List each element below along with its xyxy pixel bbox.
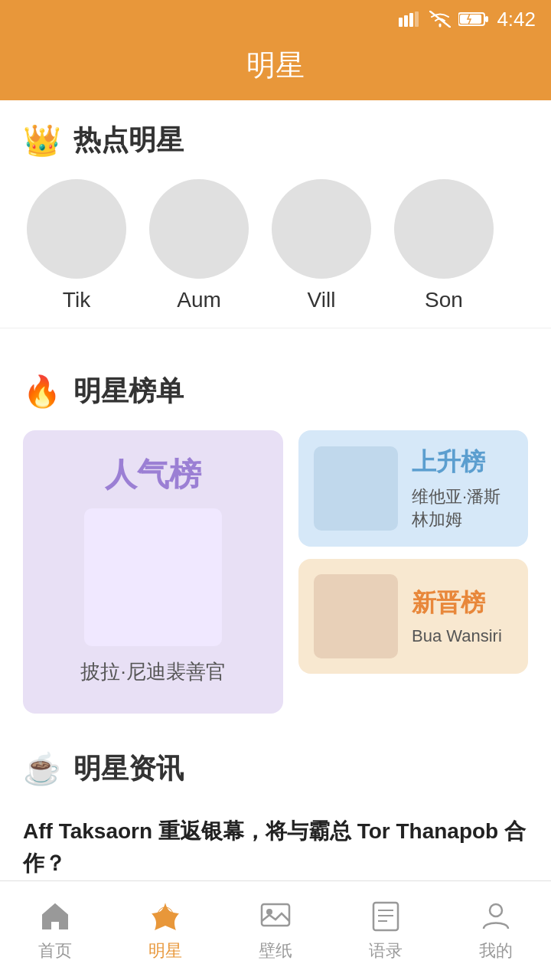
svg-rect-9 — [262, 904, 289, 926]
newcomer-rank-info: 新晋榜 Bua Wansiri — [412, 586, 513, 646]
time-display: 4:42 — [497, 8, 536, 31]
star-name: Tik — [63, 288, 90, 312]
hot-stars-title: 热点明星 — [73, 122, 184, 159]
hot-stars-section: 👑 热点明星 Tik Aum Vill Son — [0, 100, 551, 351]
nav-item-wallpaper[interactable]: 壁纸 — [220, 900, 331, 962]
svg-rect-1 — [404, 15, 408, 27]
popular-rank-card[interactable]: 人气榜 披拉·尼迪裴善官 — [23, 430, 283, 714]
svg-rect-3 — [415, 11, 419, 27]
page-header: 明星 — [0, 38, 551, 100]
rising-rank-name: 维他亚·潘斯林加姆 — [412, 485, 513, 531]
nav-label-quotes: 语录 — [369, 939, 403, 962]
battery-icon — [458, 11, 489, 28]
profile-icon — [479, 900, 513, 933]
rankings-grid: 人气榜 披拉·尼迪裴善官 上升榜 维他亚·潘斯林加姆 — [23, 430, 528, 714]
rankings-section: 🔥 明星榜单 人气榜 披拉·尼迪裴善官 上升榜 维他亚·潘斯林加姆 — [0, 351, 551, 729]
coffee-icon: ☕ — [23, 751, 61, 787]
nav-label-home: 首页 — [38, 939, 72, 962]
star-item[interactable]: Aum — [145, 179, 253, 312]
star-name: Vill — [308, 288, 336, 312]
rising-rank-card[interactable]: 上升榜 维他亚·潘斯林加姆 — [298, 430, 528, 547]
home-icon — [38, 900, 72, 933]
star-avatar — [27, 179, 126, 279]
star-avatar — [272, 179, 371, 279]
nav-item-quotes[interactable]: 语录 — [331, 900, 441, 962]
wifi-off-icon — [429, 11, 451, 28]
rising-rank-image — [314, 446, 398, 531]
popular-rank-name: 披拉·尼迪裴善官 — [80, 658, 225, 685]
crown-icon: 👑 — [23, 122, 61, 158]
right-rank-cards: 上升榜 维他亚·潘斯林加姆 新晋榜 Bua Wansiri — [298, 430, 528, 714]
star-name: Aum — [177, 288, 221, 312]
star-avatar — [394, 179, 494, 279]
nav-label-profile: 我的 — [479, 939, 513, 962]
star-item[interactable]: Tik — [23, 179, 130, 312]
divider — [0, 328, 551, 328]
star-name: Son — [425, 288, 463, 312]
rising-rank-title: 上升榜 — [412, 446, 513, 479]
nav-item-star[interactable]: 明星 — [110, 900, 220, 962]
signal-icon — [399, 11, 422, 27]
rankings-title: 明星榜单 — [73, 373, 184, 410]
page-title: 明星 — [0, 46, 551, 85]
star-item[interactable]: Vill — [268, 179, 375, 312]
flame-icon: 🔥 — [23, 374, 61, 410]
rising-rank-info: 上升榜 维他亚·潘斯林加姆 — [412, 446, 513, 531]
stars-scroll-container[interactable]: Tik Aum Vill Son — [0, 172, 551, 320]
nav-label-wallpaper: 壁纸 — [259, 939, 292, 962]
star-avatar — [149, 179, 249, 279]
news-title: 明星资讯 — [73, 750, 184, 788]
svg-point-15 — [490, 904, 502, 916]
svg-rect-2 — [409, 13, 413, 27]
quotes-icon — [369, 900, 403, 933]
main-content: 👑 热点明星 Tik Aum Vill Son 🔥 — [0, 100, 551, 910]
newcomer-rank-title: 新晋榜 — [412, 586, 513, 620]
nav-item-profile[interactable]: 我的 — [441, 900, 551, 962]
news-item-title: Aff Taksaorn 重返银幕，将与霸总 Tor Thanapob 合作？ — [23, 815, 528, 880]
status-bar: 4:42 — [0, 0, 551, 38]
svg-rect-7 — [485, 16, 488, 22]
svg-rect-0 — [399, 18, 403, 27]
popular-rank-image — [84, 508, 222, 646]
bottom-nav: 首页 明星 壁纸 语录 我的 — [0, 880, 551, 980]
nav-item-home[interactable]: 首页 — [0, 900, 110, 962]
newcomer-rank-name: Bua Wansiri — [412, 626, 513, 646]
wallpaper-icon — [259, 900, 292, 933]
star-item[interactable]: Son — [390, 179, 497, 312]
nav-label-star: 明星 — [148, 939, 182, 962]
popular-rank-title: 人气榜 — [105, 453, 201, 496]
newcomer-rank-card[interactable]: 新晋榜 Bua Wansiri — [298, 559, 528, 674]
newcomer-rank-image — [314, 574, 398, 658]
star-nav-icon — [148, 900, 182, 933]
